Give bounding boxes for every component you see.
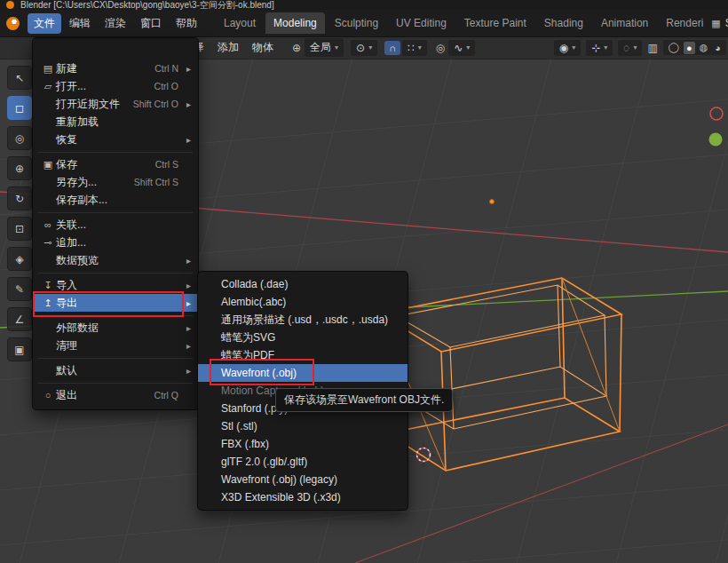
annotate-tool[interactable]: ✎ [7, 277, 32, 301]
chevron-down-icon: ▾ [368, 44, 372, 52]
rotate-tool[interactable]: ↻ [7, 186, 32, 210]
paperclip-icon: ⊸ [40, 237, 56, 249]
menu-item-save[interactable]: ▣保存Ctrl S [33, 155, 198, 173]
visibility-dropdown[interactable]: ◉ ▾ [554, 40, 582, 56]
tab-layout[interactable]: Layout [216, 12, 264, 34]
menu-item-new[interactable]: ▤新建Ctrl N▸ [33, 59, 198, 77]
menu-item-recover-label: 恢复 [56, 132, 178, 147]
submenu-item-fbx[interactable]: FBX (.fbx) [198, 435, 408, 453]
menu-item-open-recent[interactable]: 打开近期文件Shift Ctrl O▸ [33, 95, 198, 113]
menubar-menus: 文件编辑渲染窗口帮助 [28, 13, 203, 34]
link-icon: ∞ [40, 219, 56, 230]
menu-help[interactable]: 帮助 [170, 13, 203, 34]
move-tool[interactable]: ⊕ [7, 156, 32, 180]
menu-item-save-copy-label: 保存副本... [56, 193, 178, 208]
menu-item-open[interactable]: ▱打开...Ctrl O [33, 77, 198, 95]
workspace-tabs: LayoutModelingSculptingUV EditingTexture… [216, 12, 711, 34]
scale-tool[interactable]: ⊡ [7, 217, 32, 241]
tab-sculpting[interactable]: Sculpting [327, 12, 386, 34]
menu-item-save-as[interactable]: 另存为...Shift Ctrl S [33, 173, 198, 191]
cursor-tool[interactable]: ◎ [7, 126, 32, 150]
select-box-tool[interactable]: ◻ [7, 96, 32, 120]
submenu-item-gltf[interactable]: glTF 2.0 (.glb/.gltf) [198, 453, 408, 471]
submenu-item-fbx-label: FBX (.fbx) [221, 438, 269, 450]
falloff-dropdown[interactable]: ∿ ▾ [448, 40, 475, 56]
menu-item-import[interactable]: ↧导入▸ [33, 276, 198, 294]
submenu-item-stl[interactable]: Stl (.stl) [198, 417, 408, 435]
menu-item-open-recent-shortcut: Shift Ctrl O [133, 99, 178, 109]
menu-render[interactable]: 渲染 [99, 13, 132, 34]
transform-orientation-dropdown[interactable]: 全局 ▾ [305, 38, 344, 57]
move-icon: ⊕ [15, 163, 24, 175]
menu-file[interactable]: 文件 [28, 13, 61, 34]
eye-icon: ◉ [559, 42, 568, 54]
pivot-icon: ⊙ [356, 42, 365, 54]
submenu-item-x3d[interactable]: X3D Extensible 3D (.x3d) [198, 488, 408, 506]
menu-item-defaults[interactable]: 默认▸ [33, 361, 198, 379]
tweak-tool[interactable]: ↖ [7, 66, 32, 90]
snap-toggle[interactable]: ∩ [384, 41, 400, 55]
tab-animation[interactable]: Animation [593, 12, 656, 34]
menu-item-open-label: 打开... [56, 79, 146, 94]
gizmo-dropdown[interactable]: ⊹ ▾ [586, 40, 613, 56]
measure-tool[interactable]: ∠ [7, 307, 32, 331]
menu-window[interactable]: 窗口 [134, 13, 168, 34]
submenu-item-usd[interactable]: 通用场景描述 (.usd，.usdc，.usda) [198, 311, 408, 329]
menu-item-data-preview-label: 数据预览 [56, 253, 178, 268]
submenu-arrow-icon: ▸ [184, 298, 191, 308]
shading-material-icon[interactable]: ◍ [697, 41, 711, 54]
object-menu[interactable]: 物体 [252, 40, 273, 55]
menu-item-quit-label: 退出 [56, 388, 146, 403]
save-icon: ▣ [40, 159, 56, 170]
pivot-point-dropdown[interactable]: ⊙ ▾ [351, 40, 377, 56]
file-menu: ▤新建Ctrl N▸▱打开...Ctrl O打开近期文件Shift Ctrl O… [32, 37, 199, 410]
menu-item-revert[interactable]: 重新加载 [33, 113, 198, 131]
menu-item-external-data[interactable]: 外部数据▸ [33, 319, 198, 337]
submenu-item-grease-pencil-svg-label: 蜡笔为SVG [221, 330, 275, 345]
overlays-dropdown[interactable]: ◌ ▾ [618, 40, 642, 56]
submenu-item-collada[interactable]: Collada (.dae) [198, 275, 408, 293]
window-titlebar: Blender [C:\Users\CX\Desktop\gong\baoye\… [0, 0, 728, 10]
menu-item-data-preview[interactable]: 数据预览▸ [33, 251, 198, 269]
nav-gizmo[interactable] [709, 107, 724, 147]
transform-tool[interactable]: ◈ [7, 247, 32, 271]
submenu-item-alembic[interactable]: Alembic(.abc) [198, 293, 408, 311]
submenu-arrow-icon: ▸ [184, 135, 191, 145]
tab-rendering[interactable]: Renderi [658, 12, 711, 34]
menu-separator [38, 152, 193, 153]
shading-rendered-icon[interactable]: ◕ [712, 42, 724, 54]
snap-target-dropdown[interactable]: ∷ ▾ [402, 40, 427, 56]
menu-item-save-label: 保存 [56, 157, 146, 172]
submenu-item-wavefront-obj[interactable]: Wavefront (.obj) [198, 364, 408, 382]
blender-logo-icon[interactable] [6, 17, 20, 30]
add-menu[interactable]: 添加 [218, 40, 239, 55]
xray-toggle-icon[interactable]: ▥ [647, 42, 657, 54]
tab-shading[interactable]: Shading [536, 12, 591, 34]
submenu-item-x3d-label: X3D Extensible 3D (.x3d) [221, 491, 341, 504]
menu-item-quit-shortcut: Ctrl Q [154, 390, 178, 400]
rotate-icon: ↻ [15, 193, 24, 205]
menu-edit[interactable]: 编辑 [63, 13, 97, 34]
menu-item-append[interactable]: ⊸追加... [33, 234, 198, 251]
menu-item-save-copy[interactable]: 保存副本... [33, 191, 198, 209]
tab-uv-editing[interactable]: UV Editing [388, 12, 455, 34]
submenu-item-grease-pencil-svg[interactable]: 蜡笔为SVG [198, 329, 408, 346]
shading-solid-icon[interactable]: ● [684, 42, 695, 54]
submenu-item-wavefront-legacy[interactable]: Wavefront (.obj) (legacy) [198, 471, 408, 488]
tab-texture-paint[interactable]: Texture Paint [456, 12, 534, 34]
menu-item-link[interactable]: ∞关联... [33, 216, 198, 234]
menu-item-quit[interactable]: ○退出Ctrl Q [33, 386, 198, 404]
submenu-arrow-icon: ▸ [184, 64, 191, 74]
menu-item-recover[interactable]: 恢复▸ [33, 131, 198, 148]
new-file-icon: ▤ [40, 63, 56, 75]
submenu-item-collada-label: Collada (.dae) [221, 278, 288, 290]
magnet-icon: ∩ [389, 43, 396, 53]
shading-wireframe-icon[interactable]: ◯ [666, 41, 682, 54]
menu-item-cleanup[interactable]: 清理▸ [33, 337, 198, 354]
scene-selector[interactable]: ▦ Sce [711, 17, 728, 29]
submenu-item-grease-pencil-pdf[interactable]: 蜡笔为PDF [198, 346, 408, 364]
tab-modeling[interactable]: Modeling [265, 12, 325, 34]
proportional-edit-icon[interactable]: ◎ [436, 42, 445, 54]
add-cube-tool[interactable]: ▣ [7, 337, 32, 361]
menu-item-export[interactable]: ↥导出▸ [33, 294, 198, 312]
